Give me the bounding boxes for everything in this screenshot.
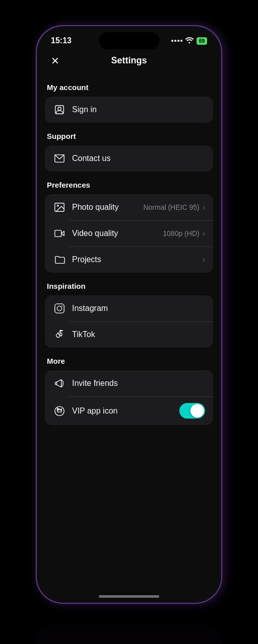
invite-friends-label: Invite friends (72, 379, 205, 388)
svg-point-10 (55, 406, 64, 415)
instagram-label: Instagram (72, 304, 205, 313)
menu-item-contact-us[interactable]: Contact us (45, 145, 213, 172)
projects-chevron: › (203, 255, 205, 264)
vip-app-icon-label: VIP app icon (72, 407, 179, 416)
menu-item-projects[interactable]: Projects › (45, 247, 213, 273)
phone-reflection (36, 619, 222, 644)
battery-indicator: 69 (197, 37, 207, 45)
menu-item-sign-in[interactable]: Sign in (45, 97, 213, 123)
photo-quality-chevron: › (203, 203, 205, 212)
crown-icon (53, 405, 66, 418)
section-card-more: Invite friends VIP app icon (45, 370, 213, 425)
photo-quality-value: Normal (HEIC 95) (143, 203, 199, 211)
close-icon: ✕ (51, 55, 59, 67)
signal-icon (171, 40, 182, 42)
phone-wrapper: 15:13 69 (36, 25, 222, 619)
user-icon (53, 103, 66, 116)
instagram-icon (53, 302, 66, 315)
section-my-account: My account Sign in (45, 83, 213, 123)
contact-us-label: Contact us (72, 154, 205, 163)
menu-item-vip-app-icon[interactable]: VIP app icon (45, 396, 213, 425)
section-label-my-account: My account (47, 83, 211, 92)
video-icon (53, 227, 66, 240)
section-preferences: Preferences Photo quality N (45, 181, 213, 273)
phone-body: 15:13 69 (36, 25, 222, 604)
video-quality-value: 1080p (HD) (163, 229, 199, 237)
tiktok-icon (53, 328, 66, 341)
menu-item-video-quality[interactable]: Video quality 1080p (HD) › (45, 220, 213, 247)
settings-content: My account Sign in (37, 72, 221, 593)
section-more: More Invite friends (45, 357, 213, 425)
photo-quality-label: Photo quality (72, 203, 143, 212)
vip-app-icon-toggle[interactable] (179, 403, 205, 419)
svg-point-8 (57, 306, 61, 310)
section-support: Support Contact us (45, 132, 213, 172)
section-inspiration: Inspiration Instagram (45, 282, 213, 348)
menu-item-instagram[interactable]: Instagram (45, 295, 213, 321)
svg-marker-6 (61, 231, 64, 235)
section-card-preferences: Photo quality Normal (HEIC 95) › (45, 194, 213, 273)
tiktok-label: TikTok (72, 330, 205, 339)
section-label-support: Support (47, 132, 211, 140)
svg-point-9 (61, 305, 62, 306)
section-label-more: More (47, 357, 211, 365)
status-time: 15:13 (51, 36, 72, 45)
svg-point-4 (57, 205, 58, 206)
projects-label: Projects (72, 255, 203, 264)
folder-icon (53, 253, 66, 266)
home-indicator (99, 595, 159, 598)
menu-item-photo-quality[interactable]: Photo quality Normal (HEIC 95) › (45, 194, 213, 220)
close-button[interactable]: ✕ (47, 53, 63, 69)
section-card-support: Contact us (45, 145, 213, 172)
video-quality-chevron: › (203, 229, 205, 238)
wifi-icon (185, 37, 194, 45)
sign-in-label: Sign in (72, 105, 205, 114)
section-label-inspiration: Inspiration (47, 282, 211, 290)
image-icon (53, 201, 66, 214)
svg-rect-5 (55, 230, 61, 237)
svg-point-1 (58, 107, 61, 110)
mail-icon (53, 152, 66, 165)
video-quality-label: Video quality (72, 229, 163, 238)
screen: 15:13 69 (37, 26, 221, 603)
menu-item-invite-friends[interactable]: Invite friends (45, 370, 213, 396)
menu-item-tiktok[interactable]: TikTok (45, 321, 213, 348)
section-card-my-account: Sign in (45, 97, 213, 123)
settings-header: ✕ Settings (37, 51, 221, 72)
status-icons: 69 (171, 37, 207, 45)
section-card-inspiration: Instagram TikTok (45, 295, 213, 348)
section-label-preferences: Preferences (47, 181, 211, 189)
megaphone-icon (53, 377, 66, 390)
dynamic-island (99, 32, 159, 49)
page-title: Settings (111, 55, 147, 66)
svg-rect-7 (55, 304, 64, 313)
